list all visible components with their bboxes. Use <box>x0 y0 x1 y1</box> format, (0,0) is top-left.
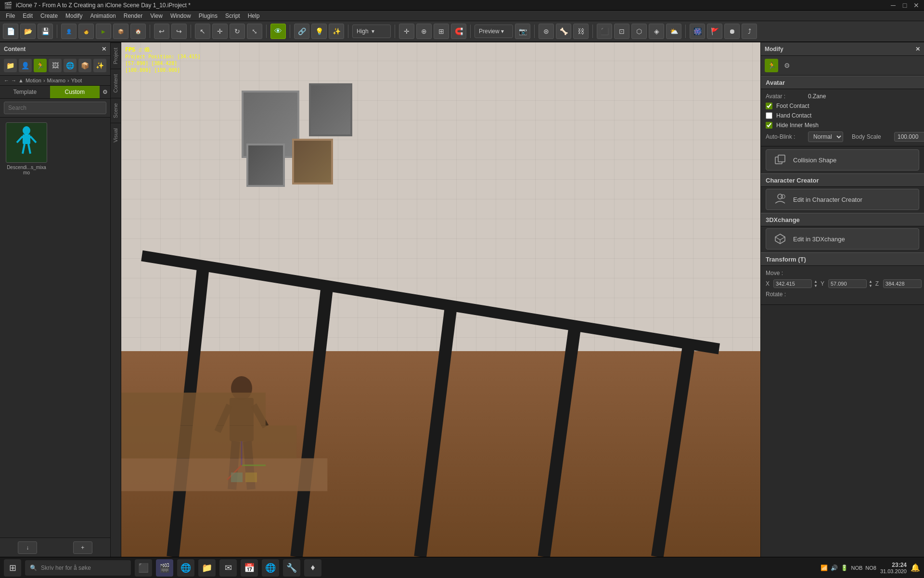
hide-inner-mesh-checkbox[interactable] <box>766 122 772 129</box>
wireframe-btn[interactable]: ⬡ <box>631 24 647 39</box>
maximize-button[interactable]: □ <box>901 1 909 9</box>
open-button[interactable]: 📂 <box>20 24 36 39</box>
threedxchange-section-header[interactable]: 3DXchange <box>761 213 924 226</box>
visual-fx-btn[interactable]: 🎆 <box>690 24 705 39</box>
scene-button[interactable]: 🏠 <box>130 24 146 39</box>
shader-btn[interactable]: ◈ <box>649 24 664 39</box>
modify-close-icon[interactable]: ✕ <box>915 46 920 53</box>
bones-btn[interactable]: 🦴 <box>556 24 571 39</box>
modify-icon-motion[interactable]: 🏃 <box>765 59 778 72</box>
breadcrumb-mixamo[interactable]: Mixamo <box>47 78 66 83</box>
notification-icon[interactable]: 🔔 <box>911 563 920 572</box>
menu-window[interactable]: Window <box>167 12 195 20</box>
taskbar-appicon-7[interactable]: ♦ <box>304 559 321 577</box>
select-button[interactable]: ↖ <box>195 24 210 39</box>
body-scale-input[interactable] <box>894 132 924 142</box>
transform-section-header[interactable]: Transform (T) <box>761 252 924 266</box>
taskbar-edge-icon[interactable]: 🌐 <box>177 559 194 577</box>
export-btn[interactable]: ⤴ <box>742 24 757 39</box>
tray-network-icon[interactable]: 📶 <box>821 565 828 571</box>
side-tab-visual[interactable]: Visual <box>111 123 121 147</box>
y-down[interactable]: ▼ <box>869 284 873 288</box>
x-input[interactable] <box>773 279 812 288</box>
ik-btn[interactable]: ⛓ <box>573 24 589 39</box>
taskbar-explorer-icon[interactable]: 📁 <box>198 559 216 577</box>
taskbar-iclone-icon[interactable]: 🎬 <box>156 559 173 577</box>
quality-dropdown[interactable]: High ▾ <box>352 25 391 38</box>
new-button[interactable]: 📄 <box>3 24 18 39</box>
avatar-button[interactable]: 👤 <box>61 24 77 39</box>
taskbar-mail-icon[interactable]: ✉ <box>219 559 237 577</box>
motion-type-icon[interactable]: 🏃 <box>34 59 47 72</box>
character-type-icon[interactable]: 👤 <box>19 59 32 72</box>
undo-button[interactable]: ↩ <box>154 24 169 39</box>
props-button[interactable]: 📦 <box>113 24 128 39</box>
z-input[interactable] <box>883 279 922 288</box>
y-input[interactable] <box>828 279 867 288</box>
scale-button[interactable]: ⤡ <box>247 24 262 39</box>
forward-icon[interactable]: → <box>11 78 16 83</box>
collision-shape-button[interactable]: Collision Shape <box>766 149 919 171</box>
viewport[interactable]: FPS : 0. FPS : 0. Project Position: [34.… <box>121 42 760 557</box>
motion-button[interactable]: ▶ <box>96 24 111 39</box>
character-creator-section-header[interactable]: Character Creator <box>761 173 924 187</box>
world-type-icon[interactable]: 🌐 <box>64 59 77 72</box>
hand-contact-checkbox[interactable] <box>766 112 772 119</box>
search-input[interactable] <box>4 102 106 114</box>
move-button[interactable]: ✛ <box>212 24 228 39</box>
rotate-button[interactable]: ↻ <box>230 24 245 39</box>
menu-animation[interactable]: Animation <box>86 12 119 20</box>
back-icon[interactable]: ← <box>4 78 9 83</box>
edit-character-creator-button[interactable]: Edit in Character Creator <box>766 189 919 210</box>
menu-modify[interactable]: Modify <box>62 12 86 20</box>
menu-script[interactable]: Script <box>221 12 244 20</box>
link-button[interactable]: 🔗 <box>294 24 309 39</box>
move-mode-btn[interactable]: ✛ <box>399 24 414 39</box>
tab-custom[interactable]: Custom <box>50 86 100 98</box>
layout-btn[interactable]: ⊡ <box>614 24 629 39</box>
modify-icon-settings[interactable]: ⚙ <box>780 59 794 72</box>
auto-blink-select[interactable]: Normal Off Low High <box>808 131 843 142</box>
start-button[interactable]: ⊞ <box>4 559 21 577</box>
view3d-btn[interactable]: ⬛ <box>597 24 612 39</box>
menu-create[interactable]: Create <box>37 12 62 20</box>
taskbar-appicon-5[interactable]: 🌐 <box>262 559 279 577</box>
breadcrumb-motion[interactable]: Motion <box>26 78 41 83</box>
menu-plugins[interactable]: Plugins <box>195 12 221 20</box>
taskview-button[interactable]: ⬛ <box>135 559 152 577</box>
tray-battery-icon[interactable]: 🔋 <box>841 565 848 571</box>
x-up[interactable]: ▲ <box>814 279 818 284</box>
taskbar-appicon-6[interactable]: 🔧 <box>283 559 300 577</box>
tab-settings-icon[interactable]: ⚙ <box>100 86 110 98</box>
foot-contact-checkbox[interactable] <box>766 103 772 109</box>
avatar-section-header[interactable]: Avatar <box>761 76 924 89</box>
minimize-button[interactable]: ─ <box>889 1 897 9</box>
folder-icon[interactable]: 📁 <box>4 59 17 72</box>
snap-btn[interactable]: 🧲 <box>451 24 466 39</box>
image-type-icon[interactable]: 🖼 <box>49 59 62 72</box>
content-item-motion[interactable]: Descendi...s_mixamo <box>5 122 48 175</box>
content-close-icon[interactable]: ✕ <box>102 46 106 53</box>
side-tab-content[interactable]: Content <box>111 69 121 98</box>
pivot-btn[interactable]: ⊕ <box>416 24 432 39</box>
menu-render[interactable]: Render <box>120 12 146 20</box>
tray-volume-icon[interactable]: 🔊 <box>831 565 838 571</box>
side-tab-scene[interactable]: Scene <box>111 98 121 123</box>
x-down[interactable]: ▼ <box>814 284 818 288</box>
record-btn[interactable]: ⏺ <box>724 24 740 39</box>
preview-dropdown[interactable]: Preview ▾ <box>475 25 513 38</box>
save-button[interactable]: 💾 <box>38 24 53 39</box>
character-button[interactable]: 🧑 <box>78 24 94 39</box>
tab-template[interactable]: Template <box>0 86 50 98</box>
redo-button[interactable]: ↪ <box>171 24 187 39</box>
camera-button[interactable]: 👁 <box>270 24 286 39</box>
y-up[interactable]: ▲ <box>869 279 873 284</box>
add-button[interactable]: + <box>73 541 92 554</box>
gizmo-btn[interactable]: ⊛ <box>539 24 554 39</box>
taskbar-calendar-icon[interactable]: 📅 <box>241 559 258 577</box>
flag-btn[interactable]: 🚩 <box>707 24 722 39</box>
menu-view[interactable]: View <box>146 12 167 20</box>
grid-btn[interactable]: ⊞ <box>434 24 449 39</box>
props-type-icon[interactable]: 📦 <box>78 59 91 72</box>
menu-help[interactable]: Help <box>244 12 264 20</box>
